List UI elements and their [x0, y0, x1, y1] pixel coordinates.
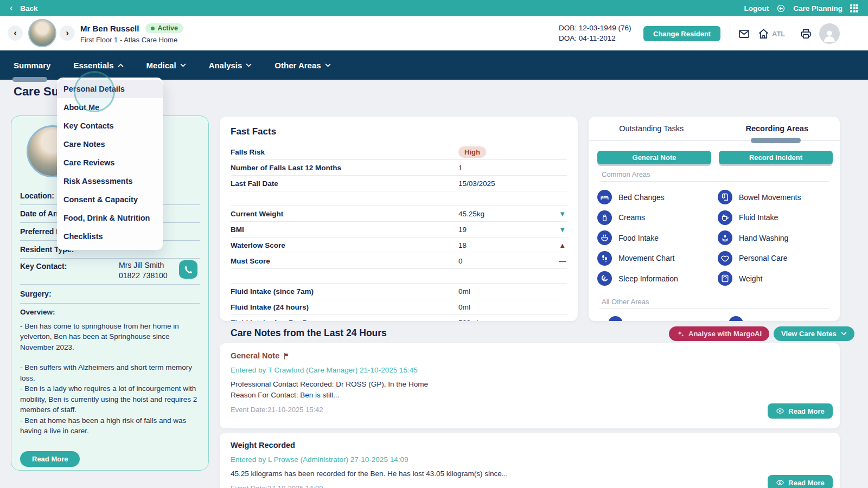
next-resident-button[interactable]: ›: [60, 25, 75, 41]
fast-facts-row: Last Fall Date15/03/2025: [231, 176, 567, 191]
menu-item-checklists[interactable]: Checklists: [57, 227, 163, 246]
menu-item-care-notes[interactable]: Care Notes: [57, 135, 163, 153]
eye-icon: [776, 407, 784, 415]
recording-area-movement-chart[interactable]: Movement Chart: [597, 248, 718, 269]
chevron-up-icon: [118, 63, 124, 67]
fact-value: 1: [458, 164, 463, 172]
recording-area-fluid-intake[interactable]: Fluid Intake: [718, 208, 831, 228]
recording-area-personal-care[interactable]: Personal Care: [718, 248, 831, 269]
general-note-button[interactable]: General Note: [597, 151, 711, 164]
fact-label: Number of Falls Last 12 Months: [231, 164, 458, 172]
fact-label: BMI: [231, 226, 458, 234]
nav-item-summary[interactable]: Summary: [14, 50, 50, 80]
fast-facts-panel: Fast Facts Falls RiskHighNumber of Falls…: [220, 117, 578, 321]
menu-item-food-drink-nutrition[interactable]: Food, Drink & Nutrition: [57, 209, 163, 227]
recording-area-bed-changes[interactable]: Bed Changes: [597, 187, 718, 208]
nav-item-label: Other Areas: [275, 61, 321, 70]
tab-outstanding-tasks[interactable]: Outstanding Tasks: [589, 117, 714, 140]
fast-facts-spacer: [231, 269, 567, 284]
section-divider: [599, 308, 829, 309]
area-label: Bed Changes: [618, 193, 665, 202]
back-button[interactable]: ‹ Back: [10, 4, 38, 12]
cup-icon: [718, 210, 732, 225]
home-icon[interactable]: [757, 28, 770, 40]
overview-block: Overview: - Ben has come to springhouse …: [20, 307, 197, 436]
toilet-roll-icon: [718, 190, 732, 204]
fact-value: 18: [458, 241, 467, 249]
printer-icon[interactable]: [800, 28, 812, 40]
fact-value: 0ml: [458, 303, 470, 311]
sleep-moon-icon: [600, 274, 609, 283]
recording-area-bowel-movements[interactable]: Bowel Movements: [718, 187, 831, 208]
menu-item-risk-assessments[interactable]: Risk Assessments: [57, 172, 163, 190]
logout-icon[interactable]: [776, 4, 786, 13]
resident-name: Mr Ben Russell: [80, 24, 139, 33]
app-grid-icon[interactable]: [850, 4, 858, 12]
analyse-margoai-button[interactable]: Analyse with MargoAI: [669, 326, 769, 341]
resident-location: First Floor 1 - Atlas Care Home: [80, 36, 177, 44]
area-icon-clipped[interactable]: [608, 316, 623, 321]
app-switcher-label[interactable]: Care Planning: [793, 4, 843, 12]
nav-item-label: Summary: [14, 61, 50, 70]
user-avatar[interactable]: [819, 23, 840, 44]
view-care-notes-button[interactable]: View Care Notes: [774, 326, 854, 341]
prev-resident-button[interactable]: ‹: [8, 25, 23, 41]
footsteps-icon: [600, 254, 609, 263]
note-read-more-button[interactable]: Read More: [768, 475, 833, 488]
menu-item-key-contacts[interactable]: Key Contacts: [57, 117, 163, 135]
fact-label: Last Fall Date: [231, 179, 458, 188]
area-label: Bowel Movements: [739, 193, 801, 202]
fact-label: Must Score: [231, 257, 458, 265]
recording-area-creams[interactable]: Creams: [597, 208, 718, 228]
fact-label: Fluid Intake (24 hours): [231, 303, 458, 311]
resident-header: ‹ › Mr Ben Russell Active First Floor 1 …: [0, 16, 868, 50]
logout-button[interactable]: Logout: [744, 4, 769, 12]
surgery-label: Surgery:: [20, 290, 52, 298]
note-body: 45.25 kilograms has been recorded for th…: [231, 468, 829, 479]
chevron-down-icon: [180, 63, 186, 67]
overview-paragraph: - Ben is a lady who requires a lot of in…: [20, 383, 197, 415]
nav-item-other-areas[interactable]: Other Areas: [275, 50, 330, 80]
menu-item-care-reviews[interactable]: Care Reviews: [57, 153, 163, 172]
footsteps-icon: [597, 251, 612, 266]
hand-washing-icon: [720, 233, 730, 242]
recording-area-hand-washing[interactable]: Hand Washing: [718, 228, 831, 248]
fact-label: Falls Risk: [231, 148, 458, 156]
note-entered-by: Entered by L Prowse (Administrator) 27-1…: [231, 455, 829, 464]
area-label: Hand Washing: [739, 234, 788, 242]
tab-recording-areas[interactable]: Recording Areas: [714, 117, 840, 140]
call-contact-button[interactable]: [179, 260, 197, 279]
falls-risk-badge: High: [458, 146, 486, 158]
nav-item-label: Medical: [146, 61, 176, 70]
recording-area-food-intake[interactable]: Food Intake: [597, 228, 718, 248]
nav-item-medical[interactable]: Medical: [146, 50, 186, 80]
mail-icon[interactable]: [738, 28, 750, 40]
recording-area-sleep-information[interactable]: Sleep Information: [597, 268, 718, 289]
overview-read-more-button[interactable]: Read More: [20, 451, 80, 467]
menu-item-consent-capacity[interactable]: Consent & Capacity: [57, 190, 163, 209]
record-incident-button[interactable]: Record Incident: [719, 151, 833, 164]
trend-down-icon: ▼: [559, 210, 566, 217]
note-read-more-button[interactable]: Read More: [768, 403, 833, 419]
note-body: Professional Contact Recorded: Dr ROSS (…: [231, 379, 829, 401]
menu-item-personal-details[interactable]: Personal Details: [57, 80, 163, 98]
area-icon-clipped[interactable]: [729, 316, 743, 321]
status-badge: Active: [145, 23, 183, 33]
key-contact-phone: 01822 738100: [119, 271, 168, 281]
area-label: Food Intake: [618, 234, 659, 242]
trend-down-icon: ▼: [559, 226, 566, 233]
doa-value: DOA: 04-11-2012: [559, 33, 631, 43]
all-other-areas-label: All Other Areas: [602, 298, 649, 306]
nav-item-essentials[interactable]: Essentials: [73, 50, 123, 80]
chevron-down-icon: [325, 63, 331, 67]
eye-icon: [776, 478, 784, 487]
fast-facts-spacer: [231, 191, 567, 206]
recording-area-weight[interactable]: Weight: [718, 268, 831, 289]
change-resident-button[interactable]: Change Resident: [643, 26, 720, 41]
cream-tube-icon: [597, 210, 612, 225]
chevron-down-icon: [841, 332, 847, 336]
nav-item-label: Analysis: [209, 61, 242, 70]
key-contact-name: Mrs Jill Smith: [119, 260, 168, 271]
nav-item-analysis[interactable]: Analysis: [209, 50, 252, 80]
menu-item-about-me[interactable]: About Me: [57, 98, 163, 117]
